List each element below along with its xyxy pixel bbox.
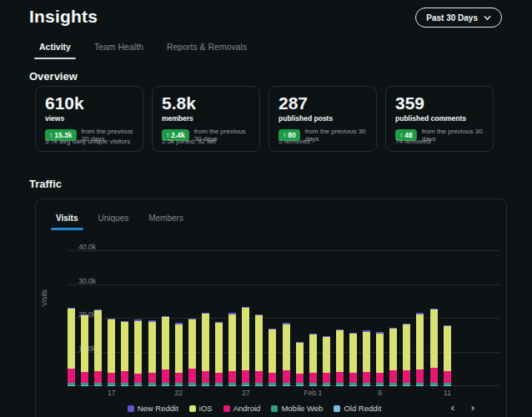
stat-card-members: 5.8k members ↑2.4k from the previous 30 … — [152, 86, 260, 152]
bar-segment-android — [296, 374, 304, 383]
stacked-bar[interactable] — [349, 333, 357, 386]
chevron-down-icon — [484, 14, 491, 22]
bar-segment-android — [403, 370, 410, 383]
bar-segment-old-reddit — [283, 385, 290, 386]
stacked-bar[interactable] — [283, 323, 290, 386]
android-swatch-icon — [223, 405, 230, 412]
stacked-bar[interactable] — [108, 319, 115, 386]
tab-uniques[interactable]: Uniques — [90, 209, 138, 230]
bar-segment-old-reddit — [175, 385, 183, 386]
stacked-bar[interactable] — [336, 329, 344, 386]
bar-segment-ios — [430, 309, 438, 368]
bar-segment-old-reddit — [296, 385, 304, 386]
bar-segment-old-reddit — [162, 385, 169, 386]
tab-team-health[interactable]: Team Health — [84, 37, 153, 59]
bar-segment-ios — [376, 334, 384, 373]
bar-segment-old-reddit — [242, 385, 249, 386]
stacked-bar[interactable] — [376, 332, 384, 386]
stacked-bar[interactable] — [175, 323, 183, 386]
stacked-bar[interactable] — [68, 308, 75, 386]
stacked-bar[interactable] — [403, 324, 410, 386]
bar-segment-ios — [188, 319, 196, 369]
stacked-bar[interactable] — [215, 322, 223, 386]
legend-item-new-reddit[interactable]: New Reddit — [128, 404, 178, 413]
stacked-bar[interactable] — [242, 307, 249, 386]
bar-segment-old-reddit — [148, 385, 156, 386]
stacked-bar[interactable] — [162, 316, 169, 386]
stacked-bar[interactable] — [296, 342, 304, 386]
stacked-bar[interactable] — [255, 314, 263, 386]
bar-segment-ios — [94, 310, 102, 371]
traffic-card: Visits Uniques Members Visits 10.0k20.0k… — [35, 198, 507, 417]
legend-label: iOS — [199, 404, 213, 413]
stacked-bar[interactable] — [94, 309, 102, 386]
legend-item-mobile-web[interactable]: Mobile Web — [271, 404, 323, 413]
new-reddit-swatch-icon — [128, 405, 134, 412]
bar-segment-android — [349, 373, 357, 383]
bar-segment-ios — [309, 334, 317, 372]
bar-segment-android — [202, 371, 209, 383]
tab-members[interactable]: Members — [140, 209, 192, 230]
bar-segment-ios — [336, 330, 344, 371]
chart-legend: New Reddit iOS Android Mobile Web Old Re… — [36, 404, 473, 413]
stat-value: 610k — [45, 94, 133, 113]
chart-pager: ‹ › — [446, 401, 479, 414]
bar-segment-old-reddit — [309, 385, 317, 386]
stacked-bar[interactable] — [269, 329, 276, 386]
legend-item-android[interactable]: Android — [223, 404, 261, 413]
bar-segment-android — [68, 369, 75, 382]
stacked-bar[interactable] — [389, 328, 397, 386]
stacked-bar[interactable] — [430, 309, 438, 386]
stacked-bar[interactable] — [188, 319, 196, 386]
bar-segment-android — [430, 368, 438, 383]
bar-segment-old-reddit — [94, 385, 102, 386]
stacked-bar[interactable] — [323, 336, 330, 386]
bar-segment-old-reddit — [121, 385, 128, 386]
bar-segment-android — [121, 371, 128, 382]
bar-segment-old-reddit — [349, 385, 357, 386]
stacked-bar[interactable] — [228, 313, 236, 386]
stacked-bar[interactable] — [363, 330, 370, 386]
bar-segment-ios — [444, 326, 451, 371]
stacked-bar[interactable] — [81, 314, 88, 386]
traffic-heading: Traffic — [29, 178, 62, 190]
stacked-bar[interactable] — [134, 319, 142, 386]
bar-segment-ios — [416, 314, 424, 369]
stat-value: 287 — [279, 94, 367, 113]
stat-footnote: 74 removed — [395, 138, 430, 145]
date-range-button[interactable]: Past 30 Days — [415, 8, 502, 28]
x-tick-label: 22 — [175, 389, 183, 397]
bar-segment-android — [283, 370, 290, 383]
bar-segment-android — [269, 373, 276, 383]
bar-segment-ios — [228, 314, 236, 371]
stacked-bar[interactable] — [148, 320, 156, 386]
stacked-bar[interactable] — [416, 313, 424, 386]
bar-segment-old-reddit — [430, 385, 438, 386]
legend-item-old-reddit[interactable]: Old Reddit — [334, 404, 381, 413]
legend-item-ios[interactable]: iOS — [189, 404, 213, 413]
legend-label: Old Reddit — [344, 404, 381, 413]
stat-footnote: 5.7k avg daily unique visitors — [45, 138, 130, 145]
bar-segment-ios — [255, 315, 263, 371]
tab-reports-removals[interactable]: Reports & Removals — [157, 37, 257, 59]
stacked-bar[interactable] — [202, 313, 209, 386]
next-page-button[interactable]: › — [466, 401, 479, 414]
tab-visits[interactable]: Visits — [48, 209, 87, 230]
page-title: Insights — [29, 7, 98, 27]
bar-segment-old-reddit — [202, 385, 209, 386]
stacked-bar[interactable] — [121, 321, 128, 386]
prev-page-button[interactable]: ‹ — [446, 401, 459, 414]
stat-card-published-posts: 287 published posts ↑80 from the previou… — [269, 86, 377, 152]
bar-segment-android — [444, 371, 451, 383]
x-tick-label: 6 — [379, 389, 383, 397]
stat-label: published comments — [395, 114, 484, 123]
bar-segment-ios — [148, 322, 156, 373]
bar-segment-old-reddit — [416, 385, 424, 386]
x-tick-label: 27 — [242, 389, 249, 397]
bar-segment-android — [376, 373, 384, 383]
chevron-right-icon: › — [471, 401, 474, 414]
bar-segment-android — [215, 373, 223, 383]
stacked-bar[interactable] — [444, 325, 451, 386]
stacked-bar[interactable] — [309, 334, 317, 386]
tab-activity[interactable]: Activity — [29, 37, 81, 59]
